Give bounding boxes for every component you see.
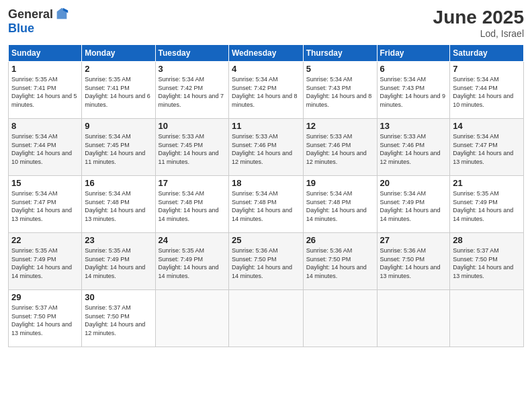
day-cell-26: 26 Sunrise: 5:36 AMSunset: 7:50 PMDaylig… [303,233,377,290]
calendar-title: June 2025 [433,7,524,28]
day-cell-28: 28 Sunrise: 5:37 AMSunset: 7:50 PMDaylig… [450,233,524,290]
day-cell-16: 16 Sunrise: 5:34 AMSunset: 7:48 PMDaylig… [82,176,155,233]
day-info-27: Sunrise: 5:36 AMSunset: 7:50 PMDaylight:… [380,246,447,280]
day-info-15: Sunrise: 5:34 AMSunset: 7:47 PMDaylight:… [11,189,79,223]
day-cell-21: 21 Sunrise: 5:35 AMSunset: 7:49 PMDaylig… [450,176,524,233]
day-cell-24: 24 Sunrise: 5:35 AMSunset: 7:49 PMDaylig… [155,233,228,290]
day-info-4: Sunrise: 5:34 AMSunset: 7:42 PMDaylight:… [232,75,300,109]
day-info-24: Sunrise: 5:35 AMSunset: 7:49 PMDaylight:… [159,246,226,280]
day-info-21: Sunrise: 5:35 AMSunset: 7:49 PMDaylight:… [453,189,521,223]
day-number-25: 25 [232,235,300,245]
day-info-6: Sunrise: 5:34 AMSunset: 7:43 PMDaylight:… [380,75,447,109]
logo-row: General [8,7,69,21]
day-cell-9: 9 Sunrise: 5:34 AMSunset: 7:45 PMDayligh… [82,119,155,176]
header-tuesday: Tuesday [155,45,228,62]
day-info-2: Sunrise: 5:35 AMSunset: 7:41 PMDaylight:… [85,75,152,109]
day-number-19: 19 [306,178,374,188]
day-info-5: Sunrise: 5:34 AMSunset: 7:43 PMDaylight:… [306,75,374,109]
empty-cell-1 [155,290,228,347]
logo-icon [54,7,69,21]
day-info-25: Sunrise: 5:36 AMSunset: 7:50 PMDaylight:… [232,246,300,280]
day-cell-5: 5 Sunrise: 5:34 AMSunset: 7:43 PMDayligh… [303,62,377,119]
day-info-3: Sunrise: 5:34 AMSunset: 7:42 PMDaylight:… [159,75,226,109]
day-info-18: Sunrise: 5:34 AMSunset: 7:48 PMDaylight:… [232,189,300,223]
day-number-29: 29 [11,292,79,302]
day-number-24: 24 [159,235,226,245]
day-number-11: 11 [232,121,300,131]
day-number-16: 16 [85,178,152,188]
week-row-1: 1 Sunrise: 5:35 AMSunset: 7:41 PMDayligh… [9,62,524,119]
header-thursday: Thursday [303,45,377,62]
day-info-8: Sunrise: 5:34 AMSunset: 7:44 PMDaylight:… [11,132,79,166]
day-number-21: 21 [453,178,521,188]
day-info-28: Sunrise: 5:37 AMSunset: 7:50 PMDaylight:… [453,246,521,280]
day-cell-22: 22 Sunrise: 5:35 AMSunset: 7:49 PMDaylig… [9,233,82,290]
day-cell-23: 23 Sunrise: 5:35 AMSunset: 7:49 PMDaylig… [82,233,155,290]
week-row-5: 29 Sunrise: 5:37 AMSunset: 7:50 PMDaylig… [9,290,524,347]
day-info-9: Sunrise: 5:34 AMSunset: 7:45 PMDaylight:… [85,132,152,166]
day-number-2: 2 [85,64,152,74]
day-number-4: 4 [232,64,300,74]
day-number-30: 30 [85,292,152,302]
page: General Blue June 2025 Lod, Israel Sunda… [0,0,532,411]
header-saturday: Saturday [450,45,524,62]
day-info-22: Sunrise: 5:35 AMSunset: 7:49 PMDaylight:… [11,246,79,280]
day-info-1: Sunrise: 5:35 AMSunset: 7:41 PMDaylight:… [11,75,79,109]
day-cell-1: 1 Sunrise: 5:35 AMSunset: 7:41 PMDayligh… [9,62,82,119]
day-number-13: 13 [380,121,447,131]
weekday-header-row: Sunday Monday Tuesday Wednesday Thursday… [9,45,524,62]
calendar-table: Sunday Monday Tuesday Wednesday Thursday… [8,44,524,347]
day-cell-2: 2 Sunrise: 5:35 AMSunset: 7:41 PMDayligh… [82,62,155,119]
day-cell-3: 3 Sunrise: 5:34 AMSunset: 7:42 PMDayligh… [155,62,228,119]
day-info-7: Sunrise: 5:34 AMSunset: 7:44 PMDaylight:… [453,75,521,109]
day-number-14: 14 [453,121,521,131]
day-number-5: 5 [306,64,374,74]
day-number-15: 15 [11,178,79,188]
day-cell-18: 18 Sunrise: 5:34 AMSunset: 7:48 PMDaylig… [229,176,304,233]
day-info-29: Sunrise: 5:37 AMSunset: 7:50 PMDaylight:… [11,304,79,337]
day-number-20: 20 [380,178,447,188]
day-number-9: 9 [85,121,152,131]
week-row-4: 22 Sunrise: 5:35 AMSunset: 7:49 PMDaylig… [9,233,524,290]
day-info-20: Sunrise: 5:34 AMSunset: 7:49 PMDaylight:… [380,189,447,223]
day-cell-17: 17 Sunrise: 5:34 AMSunset: 7:48 PMDaylig… [155,176,228,233]
header-friday: Friday [377,45,450,62]
day-info-26: Sunrise: 5:36 AMSunset: 7:50 PMDaylight:… [306,246,374,280]
logo-blue: Blue [8,21,34,36]
day-cell-30: 30 Sunrise: 5:37 AMSunset: 7:50 PMDaylig… [82,290,155,347]
logo-general: General [8,7,53,21]
day-number-7: 7 [453,64,521,74]
day-cell-10: 10 Sunrise: 5:33 AMSunset: 7:45 PMDaylig… [155,119,228,176]
day-info-16: Sunrise: 5:34 AMSunset: 7:48 PMDaylight:… [85,189,152,223]
calendar-subtitle: Lod, Israel [433,28,524,39]
day-number-8: 8 [11,121,79,131]
day-number-28: 28 [453,235,521,245]
day-info-23: Sunrise: 5:35 AMSunset: 7:49 PMDaylight:… [85,246,152,280]
empty-cell-4 [377,290,450,347]
day-number-10: 10 [159,121,226,131]
day-cell-14: 14 Sunrise: 5:34 AMSunset: 7:47 PMDaylig… [450,119,524,176]
day-cell-27: 27 Sunrise: 5:36 AMSunset: 7:50 PMDaylig… [377,233,450,290]
day-number-12: 12 [306,121,374,131]
day-number-17: 17 [159,178,226,188]
header: General Blue June 2025 Lod, Israel [8,7,524,39]
day-number-18: 18 [232,178,300,188]
header-wednesday: Wednesday [229,45,304,62]
week-row-3: 15 Sunrise: 5:34 AMSunset: 7:47 PMDaylig… [9,176,524,233]
day-info-13: Sunrise: 5:33 AMSunset: 7:46 PMDaylight:… [380,132,447,166]
week-row-2: 8 Sunrise: 5:34 AMSunset: 7:44 PMDayligh… [9,119,524,176]
day-cell-19: 19 Sunrise: 5:34 AMSunset: 7:48 PMDaylig… [303,176,377,233]
day-number-26: 26 [306,235,374,245]
day-cell-11: 11 Sunrise: 5:33 AMSunset: 7:46 PMDaylig… [229,119,304,176]
title-block: June 2025 Lod, Israel [433,7,524,39]
day-info-30: Sunrise: 5:37 AMSunset: 7:50 PMDaylight:… [85,304,152,337]
day-number-3: 3 [159,64,226,74]
header-monday: Monday [82,45,155,62]
day-info-12: Sunrise: 5:33 AMSunset: 7:46 PMDaylight:… [306,132,374,166]
day-info-14: Sunrise: 5:34 AMSunset: 7:47 PMDaylight:… [453,132,521,166]
empty-cell-2 [229,290,304,347]
day-cell-4: 4 Sunrise: 5:34 AMSunset: 7:42 PMDayligh… [229,62,304,119]
empty-cell-3 [303,290,377,347]
day-cell-20: 20 Sunrise: 5:34 AMSunset: 7:49 PMDaylig… [377,176,450,233]
day-cell-7: 7 Sunrise: 5:34 AMSunset: 7:44 PMDayligh… [450,62,524,119]
